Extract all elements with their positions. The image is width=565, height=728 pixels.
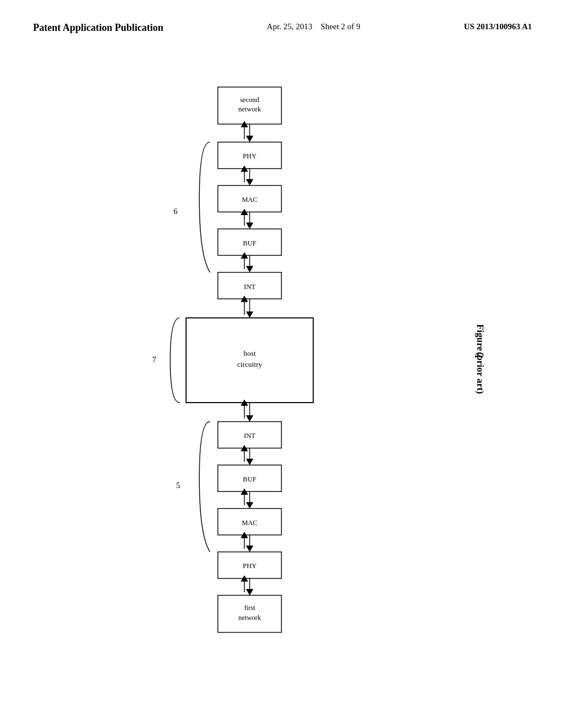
svg-marker-17 [246,266,253,272]
diagram-area: second network PHY MAC BUF [0,45,565,706]
figure-prior-art-label: (prior art) [475,352,486,394]
sheet-info: Apr. 25, 2013 Sheet 2 of 9 [267,22,361,31]
host-label2: circuitry [237,360,263,368]
first-network-label2: network [238,614,262,622]
svg-marker-7 [246,179,253,186]
publication-title: Patent Application Publication [33,22,163,34]
label-6: 6 [173,207,177,216]
patent-number: US 2013/100963 A1 [464,22,532,31]
svg-marker-12 [246,223,253,229]
buf-top-label: BUF [243,239,256,247]
mac-top-label: MAC [242,196,257,204]
svg-marker-22 [246,312,253,318]
label-7: 7 [152,355,156,364]
circuit-diagram: second network PHY MAC BUF [0,45,565,706]
label-5: 5 [176,481,180,490]
second-network-label: second [240,96,259,104]
first-network-label1: first [244,604,255,612]
svg-marker-2 [246,136,253,142]
phy-bot-label: PHY [243,562,257,570]
buf-bot-label: BUF [243,475,256,483]
svg-marker-47 [246,589,253,596]
int-top-label: INT [244,283,255,291]
mac-bot-label: MAC [242,519,257,527]
int-bot-label: INT [244,432,255,440]
host-label1: host [243,349,256,357]
svg-marker-37 [246,502,253,508]
svg-marker-27 [246,415,253,422]
phy-top-label: PHY [243,152,257,160]
second-network-label2: network [238,105,262,113]
svg-marker-32 [246,459,253,465]
sheet-text: Sheet 2 of 9 [321,22,360,31]
page-header: Patent Application Publication Apr. 25, … [0,0,565,45]
svg-marker-42 [246,545,253,552]
date-text: Apr. 25, 2013 [267,22,313,31]
